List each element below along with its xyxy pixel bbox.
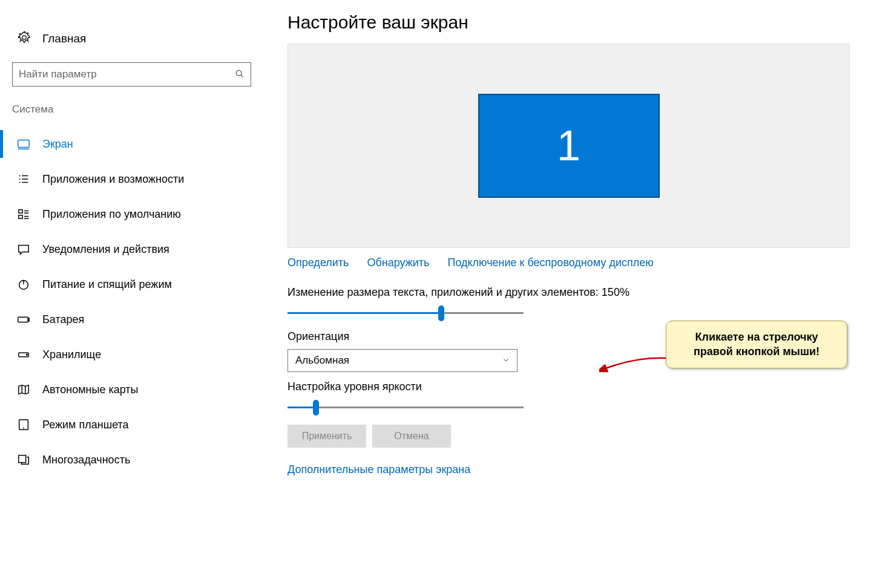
sidebar-item-power[interactable]: Питание и спящий режим — [0, 267, 263, 302]
sidebar-item-label: Хранилище — [42, 348, 101, 361]
sidebar-item-label: Уведомления и действия — [42, 243, 169, 256]
sidebar-item-notifications[interactable]: Уведомления и действия — [0, 232, 263, 267]
detect-link[interactable]: Обнаружить — [367, 256, 429, 269]
chat-icon — [17, 243, 30, 256]
scale-label: Изменение размера текста, приложений и д… — [288, 286, 850, 299]
chevron-down-icon[interactable] — [502, 356, 510, 365]
home-label: Главная — [42, 32, 86, 45]
sidebar-item-defaultapps[interactable]: Приложения по умолчанию — [0, 197, 263, 232]
callout-text-1: Кликаете на стрелочку — [695, 331, 818, 343]
scale-slider[interactable] — [288, 305, 524, 322]
map-icon — [17, 383, 30, 396]
monitor-tile-1[interactable]: 1 — [478, 94, 660, 198]
sidebar-item-storage[interactable]: Хранилище — [0, 337, 263, 372]
page-title: Настройте ваш экран — [288, 12, 850, 33]
brightness-slider-thumb[interactable] — [313, 400, 319, 416]
svg-rect-11 — [19, 210, 22, 214]
svg-rect-3 — [18, 140, 29, 148]
annotation-callout: Кликаете на стрелочку правой кнопкой мыш… — [666, 321, 847, 368]
battery-icon — [17, 313, 30, 326]
identify-link[interactable]: Определить — [288, 256, 349, 269]
sidebar-item-label: Режим планшета — [42, 419, 129, 431]
sidebar-item-label: Питание и спящий режим — [42, 278, 172, 291]
brightness-slider[interactable] — [288, 399, 524, 416]
sidebar-item-label: Приложения по умолчанию — [42, 208, 181, 221]
cancel-button[interactable]: Отмена — [372, 425, 451, 448]
category-label: Система — [0, 100, 263, 126]
svg-point-1 — [236, 70, 242, 76]
home-button[interactable]: Главная — [0, 24, 263, 59]
arrow-icon — [599, 351, 669, 375]
main-content: Настройте ваш экран 1 Определить Обнаруж… — [263, 0, 874, 588]
defaultapps-icon — [17, 207, 30, 221]
sidebar: Главная Система Экран Приложения и возмо… — [0, 0, 263, 588]
apply-button[interactable]: Применить — [288, 425, 366, 448]
list-icon — [17, 172, 30, 186]
callout-box: Кликаете на стрелочку правой кнопкой мыш… — [666, 321, 847, 368]
search-input[interactable] — [19, 68, 235, 80]
apply-cancel-row: Применить Отмена — [288, 425, 850, 448]
brightness-label: Настройка уровня яркости — [288, 381, 850, 393]
tablet-icon — [17, 418, 30, 431]
svg-point-0 — [22, 36, 26, 39]
sidebar-item-maps[interactable]: Автономные карты — [0, 372, 263, 407]
storage-icon — [17, 348, 30, 361]
orientation-select[interactable]: Альбомная — [288, 349, 518, 372]
sidebar-item-label: Автономные карты — [42, 384, 139, 396]
monitor-number: 1 — [557, 122, 580, 170]
scale-slider-thumb[interactable] — [438, 305, 444, 321]
sidebar-item-battery[interactable]: Батарея — [0, 302, 263, 337]
sidebar-item-tablet[interactable]: Режим планшета — [0, 407, 263, 442]
sidebar-item-multitask[interactable]: Многозадачность — [0, 442, 263, 477]
svg-rect-12 — [19, 215, 22, 219]
monitor-icon — [17, 137, 30, 151]
gear-icon — [17, 30, 31, 47]
orientation-value: Альбомная — [295, 354, 349, 367]
advanced-display-link[interactable]: Дополнительные параметры экрана — [288, 463, 470, 476]
search-box[interactable] — [12, 62, 251, 87]
sidebar-item-display[interactable]: Экран — [0, 126, 263, 162]
sidebar-item-label: Батарея — [42, 313, 84, 326]
svg-rect-27 — [19, 456, 26, 463]
svg-point-22 — [27, 354, 28, 356]
power-icon — [17, 278, 30, 291]
callout-text-2: правой кнопкой мыши! — [694, 345, 820, 358]
monitor-preview-area[interactable]: 1 — [288, 44, 850, 248]
svg-rect-20 — [28, 318, 29, 321]
search-icon — [235, 69, 245, 80]
sidebar-item-label: Приложения и возможности — [42, 173, 184, 186]
sidebar-item-apps[interactable]: Приложения и возможности — [0, 162, 263, 197]
sidebar-item-label: Экран — [42, 138, 73, 151]
multitask-icon — [17, 453, 30, 466]
svg-rect-19 — [18, 317, 28, 322]
svg-line-2 — [241, 74, 243, 76]
display-actions: Определить Обнаружить Подключение к бесп… — [288, 248, 850, 278]
wireless-link[interactable]: Подключение к беспроводному дисплею — [447, 256, 653, 269]
sidebar-item-label: Многозадачность — [42, 454, 130, 466]
